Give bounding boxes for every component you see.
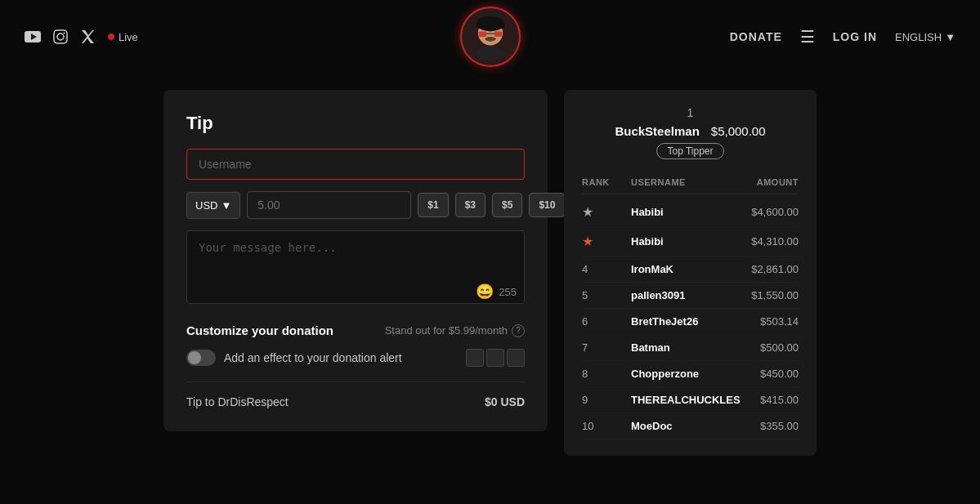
table-row: 9 THEREALCHUCKLES $415.00 xyxy=(582,387,799,413)
header-center xyxy=(460,7,521,67)
top-user-row: BuckSteelman $5,000.00 xyxy=(582,124,799,138)
table-row: 6 BretTheJet26 $503.14 xyxy=(582,309,799,335)
message-textarea[interactable] xyxy=(186,230,525,304)
top-username: BuckSteelman xyxy=(615,124,699,138)
youtube-icon[interactable] xyxy=(25,29,41,45)
lb-rank: 6 xyxy=(582,315,631,328)
lb-rank: ★ xyxy=(582,204,631,220)
amount-input[interactable] xyxy=(247,191,411,219)
table-row: ★ Habibi $4,600.00 xyxy=(582,198,799,227)
language-label: ENGLISH xyxy=(895,31,942,43)
lb-rank: 9 xyxy=(582,394,631,406)
effect-selector xyxy=(466,349,525,367)
lb-amount: $1,550.00 xyxy=(751,289,799,301)
currency-chevron: ▼ xyxy=(221,199,231,212)
preset-btn-1[interactable]: $1 xyxy=(418,193,448,217)
lb-rank: 5 xyxy=(582,289,631,301)
svg-point-6 xyxy=(476,45,503,60)
preset-btn-10[interactable]: $10 xyxy=(529,193,565,217)
language-selector[interactable]: ENGLISH ▼ xyxy=(895,31,955,43)
tip-total-label: Tip to DrDisRespect xyxy=(186,395,289,408)
lb-username: Habibi xyxy=(631,235,751,248)
lb-amount: $4,600.00 xyxy=(751,206,799,218)
lb-username: MoeDoc xyxy=(631,420,760,432)
lb-amount: $415.00 xyxy=(760,394,799,406)
standout-label: Stand out for $5.99/month xyxy=(385,324,508,337)
svg-rect-9 xyxy=(476,22,503,29)
effect-label: Add an effect to your donation alert xyxy=(186,350,402,366)
effect-box-1[interactable] xyxy=(466,349,484,367)
header-left: Live xyxy=(25,29,138,45)
live-label: Live xyxy=(119,31,138,43)
lb-rank: 4 xyxy=(582,263,631,275)
leaderboard-rows: ★ Habibi $4,600.00 ★ Habibi $4,310.00 4 … xyxy=(582,198,799,439)
amount-row: USD ▼ $1 $3 $5 $10 xyxy=(186,191,525,219)
svg-point-13 xyxy=(485,37,495,42)
message-area: 😄 255 xyxy=(186,230,525,307)
leaderboard-panel: 1 BuckSteelman $5,000.00 Top Tipper RANK… xyxy=(564,90,817,456)
toggle-knob xyxy=(188,351,201,364)
lb-amount: $355.00 xyxy=(760,420,799,432)
live-dot xyxy=(108,33,114,40)
customize-label: Customize your donation xyxy=(186,323,333,337)
lb-rank: 7 xyxy=(582,341,631,354)
login-link[interactable]: LOG IN xyxy=(833,30,877,43)
lb-amount: $4,310.00 xyxy=(751,235,799,248)
lb-username: BretTheJet26 xyxy=(631,315,760,328)
top-rank-number: 1 xyxy=(582,106,799,119)
lb-amount: $450.00 xyxy=(760,368,799,380)
tip-total-row: Tip to DrDisRespect $0 USD xyxy=(186,381,525,408)
lb-amount: $500.00 xyxy=(760,341,799,354)
currency-label: USD xyxy=(195,199,217,212)
preset-btn-5[interactable]: $5 xyxy=(492,193,522,217)
currency-select[interactable]: USD ▼ xyxy=(186,192,240,219)
svg-rect-2 xyxy=(54,30,67,43)
lb-username: THEREALCHUCKLES xyxy=(631,394,760,406)
avatar-image xyxy=(462,8,519,65)
preset-btn-3[interactable]: $3 xyxy=(455,193,486,217)
menu-icon[interactable]: ☰ xyxy=(800,27,815,47)
lb-col-rank: RANK xyxy=(582,177,631,187)
svg-rect-11 xyxy=(494,31,501,37)
effect-box-3[interactable] xyxy=(507,349,525,367)
main-content: Tip USD ▼ $1 $3 $5 $10 😄 255 Customize y… xyxy=(0,74,980,472)
chevron-down-icon: ▼ xyxy=(945,31,955,43)
lb-amount: $2,861.00 xyxy=(751,263,799,275)
lb-username: Batman xyxy=(631,341,760,354)
top-amount: $5,000.00 xyxy=(711,124,766,138)
table-row: 8 Chopperzone $450.00 xyxy=(582,361,799,387)
svg-rect-10 xyxy=(478,31,486,37)
donate-link[interactable]: DONATE xyxy=(730,30,782,43)
table-row: 7 Batman $500.00 xyxy=(582,335,799,361)
top-tipper-badge: Top Tipper xyxy=(656,143,723,159)
table-row: 4 IronMaK $2,861.00 xyxy=(582,256,799,283)
emoji-icon[interactable]: 😄 xyxy=(476,283,494,301)
lb-username: Habibi xyxy=(631,206,751,218)
twitter-x-icon[interactable] xyxy=(80,29,96,45)
effect-toggle[interactable] xyxy=(186,350,216,366)
tip-total-amount: $0 USD xyxy=(485,395,525,408)
tip-title: Tip xyxy=(186,113,525,134)
lb-username: pallen3091 xyxy=(631,289,751,301)
message-footer: 😄 255 xyxy=(476,283,517,301)
header-right: DONATE ☰ LOG IN ENGLISH ▼ xyxy=(730,27,955,47)
char-count: 255 xyxy=(499,286,517,298)
lb-col-username: USERNAME xyxy=(631,177,757,187)
lb-rank: 8 xyxy=(582,368,631,380)
lb-username: IronMaK xyxy=(631,263,751,275)
table-row: 5 pallen3091 $1,550.00 xyxy=(582,283,799,309)
username-input[interactable] xyxy=(186,149,525,180)
effect-text: Add an effect to your donation alert xyxy=(224,351,402,364)
standout-text: Stand out for $5.99/month ? xyxy=(385,324,525,337)
table-row: 10 MoeDoc $355.00 xyxy=(582,413,799,439)
live-badge: Live xyxy=(108,31,138,43)
lb-col-amount: AMOUNT xyxy=(757,177,799,187)
gold-star-icon: ★ xyxy=(582,234,593,249)
instagram-icon[interactable] xyxy=(52,29,69,45)
table-row: ★ Habibi $4,310.00 xyxy=(582,227,799,256)
help-icon[interactable]: ? xyxy=(512,324,525,337)
silver-star-icon: ★ xyxy=(582,204,593,220)
customize-section: Customize your donation Stand out for $5… xyxy=(186,323,525,367)
effect-box-2[interactable] xyxy=(486,349,504,367)
header: Live xyxy=(0,0,980,74)
